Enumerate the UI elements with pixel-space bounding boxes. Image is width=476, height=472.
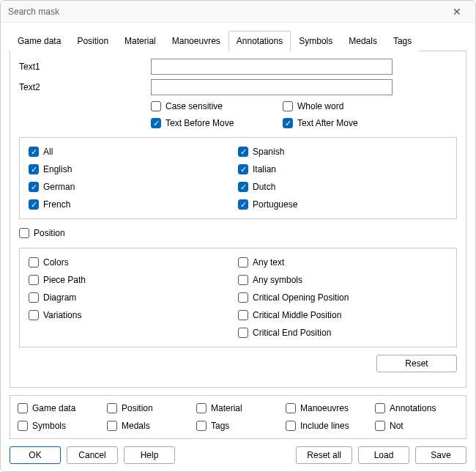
summary-symbols-label: Symbols — [32, 421, 66, 431]
window-title: Search mask — [8, 7, 446, 17]
attributes-group: Colors Piece Path Diagram Variations Any… — [19, 248, 457, 347]
critical-opening-checkbox[interactable]: Critical Opening Position — [238, 292, 447, 303]
help-button[interactable]: Help — [124, 446, 175, 464]
summary-position-checkbox[interactable]: Position — [107, 403, 190, 413]
piece-path-label: Piece Path — [43, 275, 86, 285]
lang-german-label: German — [43, 182, 75, 192]
text-after-move-label: Text After Move — [297, 118, 358, 128]
summary-not-label: Not — [390, 421, 404, 431]
critical-end-label: Critical End Position — [253, 328, 331, 338]
case-sensitive-checkbox[interactable]: Case sensitive — [151, 101, 223, 111]
position-label: Position — [34, 228, 65, 238]
summary-position-label: Position — [122, 403, 153, 413]
dialog-window: Search mask ✕ Game data Position Materia… — [0, 0, 476, 472]
summary-manoeuvres-label: Manoeuvres — [300, 403, 349, 413]
tab-tags[interactable]: Tags — [385, 31, 420, 51]
text1-input[interactable] — [151, 59, 393, 75]
summary-material-label: Material — [211, 403, 242, 413]
critical-middle-checkbox[interactable]: Critical Middle Position — [238, 310, 447, 320]
lang-spanish-label: Spanish — [253, 147, 284, 157]
tab-medals[interactable]: Medals — [341, 31, 385, 51]
piece-path-checkbox[interactable]: Piece Path — [29, 275, 238, 285]
save-button[interactable]: Save — [415, 446, 466, 464]
summary-annotations-label: Annotations — [390, 403, 436, 413]
tab-symbols[interactable]: Symbols — [291, 31, 341, 51]
text-before-move-label: Text Before Move — [166, 118, 234, 128]
summary-material-checkbox[interactable]: Material — [196, 403, 280, 413]
position-checkbox[interactable]: Position — [19, 228, 65, 238]
summary-include-lines-checkbox[interactable]: Include lines — [286, 421, 369, 431]
lang-all-label: All — [43, 147, 53, 157]
diagram-checkbox[interactable]: Diagram — [29, 292, 238, 303]
critical-middle-label: Critical Middle Position — [253, 310, 341, 320]
text2-input[interactable] — [151, 79, 393, 95]
colors-checkbox[interactable]: Colors — [29, 257, 238, 268]
lang-spanish-checkbox[interactable]: Spanish — [238, 147, 447, 157]
tab-bar: Game data Position Material Manoeuvres A… — [10, 30, 466, 51]
tab-position[interactable]: Position — [69, 31, 116, 51]
text-after-move-checkbox[interactable]: Text After Move — [283, 118, 358, 128]
lang-all-checkbox[interactable]: All — [29, 147, 238, 157]
whole-word-checkbox[interactable]: Whole word — [283, 101, 343, 111]
case-sensitive-label: Case sensitive — [166, 101, 223, 111]
lang-german-checkbox[interactable]: German — [29, 182, 238, 192]
summary-not-checkbox[interactable]: Not — [375, 421, 458, 431]
tab-annotations[interactable]: Annotations — [228, 31, 291, 51]
summary-tags-label: Tags — [211, 421, 229, 431]
summary-symbols-checkbox[interactable]: Symbols — [18, 421, 101, 431]
summary-include-lines-label: Include lines — [300, 421, 349, 431]
text2-label: Text2 — [19, 82, 151, 92]
lang-portuguese-label: Portuguese — [253, 199, 297, 210]
summary-medals-checkbox[interactable]: Medals — [107, 421, 190, 431]
summary-game-data-label: Game data — [32, 403, 75, 413]
summary-tags-checkbox[interactable]: Tags — [196, 421, 280, 431]
close-icon[interactable]: ✕ — [446, 6, 468, 18]
colors-label: Colors — [43, 257, 69, 268]
tab-material[interactable]: Material — [116, 31, 164, 51]
ok-button[interactable]: OK — [10, 446, 61, 464]
filter-summary-group: Game data Position Material Manoeuvres A… — [10, 395, 466, 439]
lang-dutch-checkbox[interactable]: Dutch — [238, 182, 447, 192]
whole-word-label: Whole word — [297, 101, 343, 111]
critical-opening-label: Critical Opening Position — [253, 292, 349, 303]
content-area: Game data Position Material Manoeuvres A… — [1, 23, 475, 471]
lang-french-checkbox[interactable]: French — [29, 199, 238, 210]
diagram-label: Diagram — [43, 292, 76, 303]
text-before-move-checkbox[interactable]: Text Before Move — [151, 118, 234, 128]
lang-italian-checkbox[interactable]: Italian — [238, 164, 447, 174]
titlebar: Search mask ✕ — [1, 1, 475, 23]
reset-button[interactable]: Reset — [376, 355, 457, 372]
summary-annotations-checkbox[interactable]: Annotations — [375, 403, 458, 413]
lang-french-label: French — [43, 199, 70, 210]
tab-game-data[interactable]: Game data — [10, 31, 69, 51]
lang-english-checkbox[interactable]: English — [29, 164, 238, 174]
lang-english-label: English — [43, 164, 72, 174]
languages-group: All English German French Spanish Italia… — [19, 137, 457, 219]
variations-checkbox[interactable]: Variations — [29, 310, 238, 320]
lang-italian-label: Italian — [253, 164, 276, 174]
reset-all-button[interactable]: Reset all — [296, 446, 352, 464]
cancel-button[interactable]: Cancel — [67, 446, 118, 464]
summary-medals-label: Medals — [122, 421, 150, 431]
summary-game-data-checkbox[interactable]: Game data — [18, 403, 101, 413]
summary-manoeuvres-checkbox[interactable]: Manoeuvres — [286, 403, 369, 413]
tab-manoeuvres[interactable]: Manoeuvres — [164, 31, 228, 51]
lang-dutch-label: Dutch — [253, 182, 275, 192]
lang-portuguese-checkbox[interactable]: Portuguese — [238, 199, 447, 210]
any-symbols-label: Any symbols — [253, 275, 302, 285]
any-symbols-checkbox[interactable]: Any symbols — [238, 275, 447, 285]
any-text-checkbox[interactable]: Any text — [238, 257, 447, 268]
text1-label: Text1 — [19, 62, 151, 72]
variations-label: Variations — [43, 310, 81, 320]
dialog-footer: OK Cancel Help Reset all Load Save — [10, 446, 466, 464]
any-text-label: Any text — [253, 257, 284, 268]
critical-end-checkbox[interactable]: Critical End Position — [238, 328, 447, 338]
tab-panel-annotations: Text1 Text2 Case sensitive Whole word Te… — [10, 51, 466, 388]
load-button[interactable]: Load — [358, 446, 409, 464]
